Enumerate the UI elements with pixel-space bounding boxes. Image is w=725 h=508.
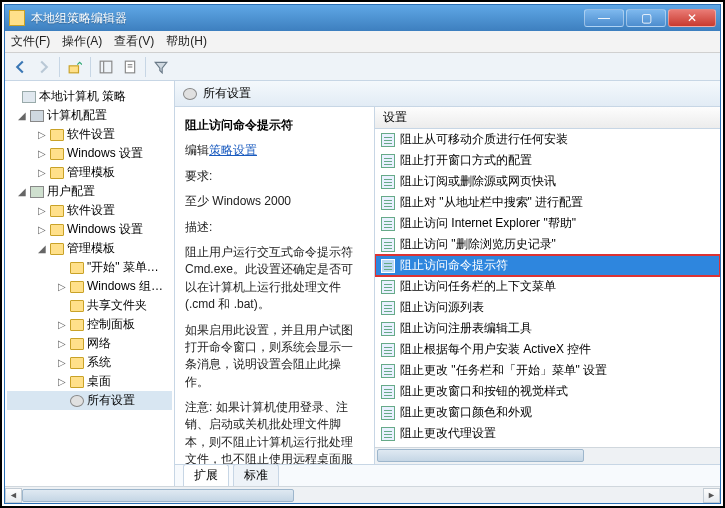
tree-cc-software[interactable]: ▷软件设置 [7, 125, 172, 144]
requirements-value: 至少 Windows 2000 [185, 193, 364, 210]
window-horizontal-scrollbar[interactable]: ◄ ► [5, 486, 720, 503]
menu-action[interactable]: 操作(A) [62, 33, 102, 50]
list-item-label: 阻止订阅或删除源或网页快讯 [400, 173, 556, 190]
list-item-label: 阻止更改窗口颜色和外观 [400, 404, 532, 421]
tree-cc-admin[interactable]: ▷管理模板 [7, 163, 172, 182]
list-item[interactable]: 阻止从可移动介质进行任何安装 [375, 129, 720, 150]
tree-win-components[interactable]: ▷Windows 组… [7, 277, 172, 296]
description-text-2: 如果启用此设置，并且用户试图打开命令窗口，则系统会显示一条消息，说明设置会阻止此… [185, 322, 364, 392]
list-item[interactable]: 阻止访问 "删除浏览历史记录" [375, 234, 720, 255]
scroll-left-button[interactable]: ◄ [5, 488, 22, 503]
list-item-label: 阻止访问任务栏的上下文菜单 [400, 278, 556, 295]
tree-network[interactable]: ▷网络 [7, 334, 172, 353]
tree-uc-admin[interactable]: ◢管理模板 [7, 239, 172, 258]
tree-control-panel[interactable]: ▷控制面板 [7, 315, 172, 334]
tree-uc-software[interactable]: ▷软件设置 [7, 201, 172, 220]
toolbar [5, 53, 720, 81]
list-item[interactable]: 阻止访问源列表 [375, 297, 720, 318]
policy-title: 阻止访问命令提示符 [185, 117, 364, 134]
policy-icon [381, 259, 395, 273]
menu-view[interactable]: 查看(V) [114, 33, 154, 50]
policy-icon [381, 427, 395, 441]
settings-list[interactable]: 阻止从可移动介质进行任何安装阻止打开窗口方式的配置阻止订阅或删除源或网页快讯阻止… [375, 129, 720, 447]
list-item[interactable]: 阻止对 "从地址栏中搜索" 进行配置 [375, 192, 720, 213]
list-item[interactable]: 阻止访问命令提示符 [375, 255, 720, 276]
list-item[interactable]: 阻止访问 Internet Explorer "帮助" [375, 213, 720, 234]
window: 本地组策略编辑器 — ▢ ✕ 文件(F) 操作(A) 查看(V) 帮助(H) 本… [4, 4, 721, 504]
right-header: 所有设置 [175, 81, 720, 107]
list-item[interactable]: 阻止根据每个用户安装 ActiveX 控件 [375, 339, 720, 360]
back-button[interactable] [9, 56, 31, 78]
list-item[interactable]: 阻止更改窗口颜色和外观 [375, 402, 720, 423]
svg-rect-0 [69, 65, 78, 72]
list-item-label: 阻止更改窗口和按钮的视觉样式 [400, 383, 568, 400]
tab-extended[interactable]: 扩展 [183, 464, 229, 486]
tree-desktop[interactable]: ▷桌面 [7, 372, 172, 391]
column-header-setting[interactable]: 设置 [375, 107, 720, 129]
maximize-button[interactable]: ▢ [626, 9, 666, 27]
list-item[interactable]: 阻止更改窗口和按钮的视觉样式 [375, 381, 720, 402]
policy-icon [381, 322, 395, 336]
menu-file[interactable]: 文件(F) [11, 33, 50, 50]
policy-icon [381, 406, 395, 420]
edit-policy-link[interactable]: 策略设置 [209, 143, 257, 157]
description-pane: 阻止访问命令提示符 编辑策略设置 要求: 至少 Windows 2000 描述:… [175, 107, 375, 464]
window-title: 本地组策略编辑器 [31, 10, 582, 27]
list-item-label: 阻止访问 Internet Explorer "帮助" [400, 215, 576, 232]
list-item-label: 阻止访问注册表编辑工具 [400, 320, 532, 337]
list-item-label: 阻止更改 "任务栏和「开始」菜单" 设置 [400, 362, 607, 379]
policy-icon [381, 364, 395, 378]
list-item-label: 阻止访问 "删除浏览历史记录" [400, 236, 556, 253]
menu-help[interactable]: 帮助(H) [166, 33, 207, 50]
properties-button[interactable] [119, 56, 141, 78]
list-item-label: 阻止打开窗口方式的配置 [400, 152, 532, 169]
close-button[interactable]: ✕ [668, 9, 716, 27]
list-item-label: 阻止访问命令提示符 [400, 257, 508, 274]
list-item[interactable]: 阻止更改代理设置 [375, 423, 720, 444]
up-button[interactable] [64, 56, 86, 78]
menu-bar: 文件(F) 操作(A) 查看(V) 帮助(H) [5, 31, 720, 53]
policy-icon [381, 175, 395, 189]
list-item-label: 阻止根据每个用户安装 ActiveX 控件 [400, 341, 591, 358]
policy-icon [381, 280, 395, 294]
app-icon [9, 10, 25, 26]
tree-pane[interactable]: 本地计算机 策略 ◢计算机配置 ▷软件设置 ▷Windows 设置 ▷管理模板 … [5, 81, 175, 486]
svg-rect-1 [100, 61, 112, 73]
list-item[interactable]: 阻止订阅或删除源或网页快讯 [375, 171, 720, 192]
description-text-3: 注意: 如果计算机使用登录、注销、启动或关机批处理文件脚本，则不阻止计算机运行批… [185, 399, 364, 464]
tree-uc-windows[interactable]: ▷Windows 设置 [7, 220, 172, 239]
list-item-label: 阻止访问源列表 [400, 299, 484, 316]
list-item[interactable]: 阻止更改 "任务栏和「开始」菜单" 设置 [375, 360, 720, 381]
tree-computer-config[interactable]: ◢计算机配置 [7, 106, 172, 125]
forward-button[interactable] [33, 56, 55, 78]
filter-button[interactable] [150, 56, 172, 78]
tab-standard[interactable]: 标准 [233, 464, 279, 486]
show-hide-tree-button[interactable] [95, 56, 117, 78]
tree-root[interactable]: 本地计算机 策略 [7, 87, 172, 106]
description-label: 描述: [185, 219, 364, 236]
tree-system[interactable]: ▷系统 [7, 353, 172, 372]
list-item[interactable]: 阻止打开窗口方式的配置 [375, 150, 720, 171]
policy-icon [381, 133, 395, 147]
scroll-right-button[interactable]: ► [703, 488, 720, 503]
tree-cc-windows[interactable]: ▷Windows 设置 [7, 144, 172, 163]
minimize-button[interactable]: — [584, 9, 624, 27]
tree-start-menu[interactable]: "开始" 菜单… [7, 258, 172, 277]
list-item-label: 阻止更改代理设置 [400, 425, 496, 442]
policy-icon [381, 196, 395, 210]
tree-user-config[interactable]: ◢用户配置 [7, 182, 172, 201]
tree-shared-folders[interactable]: 共享文件夹 [7, 296, 172, 315]
list-item[interactable]: 阻止访问任务栏的上下文菜单 [375, 276, 720, 297]
view-tabs: 扩展 标准 [175, 464, 720, 486]
list-item-label: 阻止对 "从地址栏中搜索" 进行配置 [400, 194, 583, 211]
requirements-label: 要求: [185, 168, 364, 185]
policy-icon [381, 343, 395, 357]
policy-icon [381, 385, 395, 399]
list-horizontal-scrollbar[interactable] [375, 447, 720, 464]
tree-all-settings[interactable]: 所有设置 [7, 391, 172, 410]
list-item[interactable]: 阻止访问注册表编辑工具 [375, 318, 720, 339]
gear-icon [183, 88, 197, 100]
policy-icon [381, 217, 395, 231]
list-item-label: 阻止从可移动介质进行任何安装 [400, 131, 568, 148]
policy-icon [381, 238, 395, 252]
